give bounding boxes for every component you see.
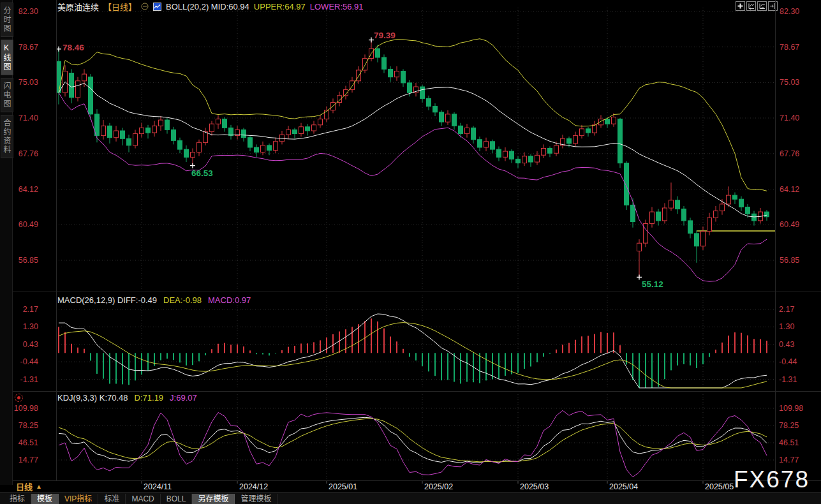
kdj-layer — [59, 410, 767, 477]
dropdown-arrow-icon: ▲ — [36, 483, 42, 490]
y-axis-label: 78.67 — [780, 43, 799, 52]
y-axis-label: -0.44 — [779, 357, 797, 366]
y-axis-label: 0.43 — [23, 340, 38, 349]
y-axis-label: 64.12 — [18, 185, 38, 194]
y-axis-label: 46.51 — [18, 438, 38, 447]
boll-values: BOLL(20,2) MID:60.94 — [166, 2, 249, 11]
period-selector-label: 日线 — [16, 480, 33, 493]
y-axis-label: 67.76 — [780, 149, 799, 158]
bottom-toolbar: 指标模板VIP指标标准MACDBOLL另存模板管理模板 — [0, 493, 821, 504]
sidebar-tab[interactable]: 闪电图 — [1, 78, 13, 112]
y-axis-label: 1.30 — [779, 322, 794, 331]
kdj-j-value: J:69.07 — [170, 393, 197, 403]
extreme-cross-marker — [56, 47, 61, 52]
y-axis-label: 78.67 — [18, 43, 38, 52]
macd-title: MACD(26,12,9) DIFF:-0.49 — [57, 295, 157, 305]
bottom-tab[interactable]: VIP指标 — [59, 494, 98, 504]
sidebar-tab[interactable]: 分时图 — [1, 3, 13, 37]
main-macd-separator — [13, 292, 821, 292]
plot-right-border — [775, 0, 776, 480]
plot-left-border — [56, 0, 57, 480]
annotations-layer: 78.4679.3966.5355.12 — [56, 31, 663, 289]
price-annotation: 55.12 — [642, 279, 663, 289]
extreme-cross-marker — [637, 275, 642, 280]
bottom-tab[interactable]: 标准 — [98, 494, 126, 504]
y-axis-label: 67.76 — [18, 149, 38, 158]
bottom-tab[interactable]: MACD — [126, 494, 160, 504]
period-label: 【日线】 — [103, 1, 137, 13]
y-axis-label: 109.98 — [779, 404, 803, 413]
expand-chart-icon[interactable] — [757, 1, 767, 11]
x-axis-month-label: 2025/01 — [329, 482, 357, 491]
x-axis-month-label: 2024/11 — [144, 482, 172, 491]
macd-dea-value: DEA:-0.98 — [163, 295, 202, 305]
y-axis-label: 82.30 — [18, 7, 38, 16]
x-axis-month-label: 2025/02 — [424, 482, 453, 491]
sidebar-tab[interactable]: 合约资料 — [1, 115, 13, 158]
indicator-marker-icon[interactable] — [15, 394, 23, 402]
bottom-tab[interactable]: 另存模板 — [192, 494, 235, 504]
y-axis-label: 14.77 — [18, 456, 38, 464]
y-axis-label: 46.51 — [779, 438, 799, 447]
compress-chart-icon[interactable] — [746, 1, 756, 11]
trading-app-window: 78.4679.3966.5355.1282.3082.3078.6778.67… — [0, 0, 821, 504]
chart-toolbar — [736, 1, 778, 11]
y-axis-label: 14.77 — [779, 456, 799, 464]
left-sidebar: 分时图K线图闪电图合约资料 — [0, 0, 13, 485]
collapse-circle-icon[interactable] — [141, 3, 149, 10]
y-axis-label: 2.17 — [779, 305, 794, 314]
macd-macd-value: MACD:0.97 — [208, 295, 251, 305]
bottom-tab[interactable]: 管理模板 — [235, 494, 277, 504]
macd-kdj-separator — [13, 391, 821, 392]
bottom-tab[interactable]: 指标 — [4, 494, 31, 504]
watermark: FX678 — [734, 466, 810, 493]
y-axis-label: 78.25 — [779, 421, 799, 430]
bottom-tab[interactable]: 模板 — [31, 494, 59, 504]
price-annotation: 66.53 — [191, 168, 213, 178]
chart-type-icon[interactable] — [153, 3, 161, 11]
boll-bands-layer — [59, 39, 767, 281]
price-annotation: 78.46 — [63, 43, 84, 52]
kdj-title: KDJ(9,3,3) K:70.48 — [57, 393, 128, 403]
y-axis-label: 75.03 — [18, 78, 38, 87]
y-axis-label: 60.49 — [18, 220, 38, 229]
y-axis-label: 56.85 — [780, 256, 799, 265]
y-axis-label: 78.25 — [18, 421, 38, 430]
x-axis-month-label: 2025/03 — [520, 482, 549, 491]
crosshair-icon[interactable] — [736, 1, 745, 11]
y-axis-label: -1.31 — [20, 375, 39, 384]
boll-upper-value: UPPER:64.97 — [254, 2, 306, 11]
xaxis-separator — [13, 480, 821, 481]
kdj-pane-header: KDJ(9,3,3) K:70.48 D:71.19 J:69.07 — [57, 393, 197, 403]
kdj-d-value: D:71.19 — [135, 393, 164, 403]
y-axis-label: 71.40 — [780, 114, 799, 122]
y-axis-label: 0.43 — [779, 340, 794, 349]
y-axis-label: 1.30 — [23, 322, 38, 331]
bottom-tab[interactable]: BOLL — [161, 494, 193, 504]
y-axis-label: 82.30 — [780, 7, 799, 16]
period-selector[interactable]: 日线 ▲ — [13, 481, 58, 492]
x-axis-month-label: 2024/12 — [239, 482, 268, 491]
y-axis-label: -0.44 — [20, 357, 39, 366]
y-axis-label: 109.98 — [14, 404, 38, 413]
y-axis-label: 60.49 — [780, 220, 799, 229]
y-axis-label: 2.17 — [23, 305, 38, 314]
sidebar-tab[interactable]: K线图 — [1, 40, 13, 75]
y-axis-label: 75.03 — [780, 78, 799, 87]
y-axis-label: 64.12 — [780, 185, 799, 194]
x-axis-month-label: 2025/04 — [609, 482, 638, 491]
boll-lower-value: LOWER:56.91 — [310, 2, 364, 11]
chart-header: 美原油连续 【日线】 BOLL(20,2) MID:60.94 UPPER:64… — [57, 1, 364, 11]
symbol-name: 美原油连续 — [57, 1, 99, 13]
chart-canvas[interactable]: 78.4679.3966.5355.1282.3082.3078.6778.67… — [0, 0, 821, 504]
candles-layer — [57, 40, 769, 278]
y-axis-label: 56.85 — [18, 256, 38, 265]
grid-layer — [56, 8, 775, 484]
macd-layer — [58, 314, 767, 388]
extreme-cross-marker — [190, 163, 195, 168]
extreme-cross-marker — [369, 38, 374, 43]
shift-right-icon[interactable] — [768, 1, 778, 11]
axis-labels-layer: 82.3082.3078.6778.6775.0375.0371.4071.40… — [14, 7, 804, 491]
y-axis-label: -1.31 — [779, 375, 797, 384]
macd-pane-header: MACD(26,12,9) DIFF:-0.49 DEA:-0.98 MACD:… — [57, 295, 251, 305]
